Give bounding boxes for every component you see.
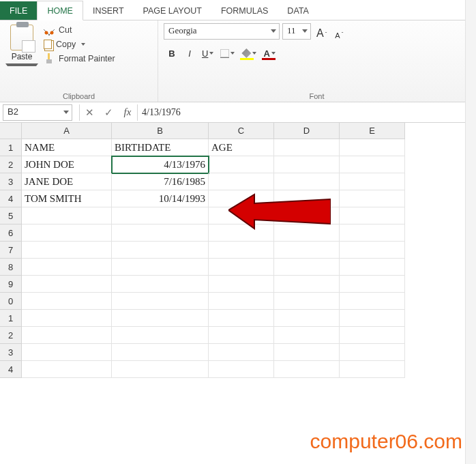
row-header-10[interactable]: 0 xyxy=(0,293,22,310)
cell[interactable] xyxy=(340,344,405,361)
cell[interactable] xyxy=(112,327,209,344)
formula-input[interactable] xyxy=(138,104,476,121)
format-painter-button[interactable]: Format Painter xyxy=(44,53,115,64)
cell-B1[interactable]: BIRTHDATE xyxy=(112,139,209,156)
row-header-12[interactable]: 2 xyxy=(0,327,22,344)
cell[interactable] xyxy=(274,310,340,327)
row-header-4[interactable]: 4 xyxy=(0,190,22,207)
tab-insert[interactable]: INSERT xyxy=(83,1,134,20)
cell[interactable] xyxy=(274,344,340,361)
select-all-corner[interactable] xyxy=(0,123,22,139)
row-header-6[interactable]: 6 xyxy=(0,224,22,242)
cell-E2[interactable] xyxy=(340,156,405,173)
font-size-select[interactable]: 11 xyxy=(282,23,311,40)
cell-D2[interactable] xyxy=(274,156,340,173)
increase-font-button[interactable]: A ˆ xyxy=(314,23,329,40)
copy-button[interactable]: Copy xyxy=(44,40,115,49)
row-header-8[interactable]: 8 xyxy=(0,259,22,276)
cell[interactable] xyxy=(209,224,274,242)
cell-E3[interactable] xyxy=(340,173,405,190)
cell[interactable] xyxy=(22,224,112,242)
cell[interactable] xyxy=(209,310,274,327)
enter-formula-button[interactable]: ✓ xyxy=(99,103,118,122)
tab-formulas[interactable]: FORMULAS xyxy=(211,1,278,20)
cell[interactable] xyxy=(209,293,274,310)
cell[interactable] xyxy=(112,293,209,310)
cell[interactable] xyxy=(112,242,209,259)
cell-A2[interactable]: JOHN DOE xyxy=(22,156,112,173)
cell[interactable] xyxy=(22,344,112,361)
cell[interactable] xyxy=(274,242,340,259)
border-button[interactable] xyxy=(218,45,237,61)
cell[interactable] xyxy=(274,361,340,378)
cell[interactable] xyxy=(340,259,405,276)
cell-D4[interactable] xyxy=(274,190,340,207)
cell-A3[interactable]: JANE DOE xyxy=(22,173,112,190)
italic-button[interactable]: I xyxy=(181,45,198,61)
cell[interactable] xyxy=(274,327,340,344)
cell[interactable] xyxy=(112,276,209,293)
decrease-font-button[interactable]: A ˇ xyxy=(332,23,346,40)
tab-data[interactable]: DATA xyxy=(278,1,318,20)
cell-E1[interactable] xyxy=(340,139,405,156)
cell[interactable] xyxy=(112,207,209,224)
cell-B4[interactable]: 10/14/1993 xyxy=(112,190,209,207)
cell[interactable] xyxy=(340,327,405,344)
cell[interactable] xyxy=(209,242,274,259)
col-header-A[interactable]: A xyxy=(22,123,112,139)
cell[interactable] xyxy=(22,207,112,224)
cell[interactable] xyxy=(340,276,405,293)
row-header-13[interactable]: 3 xyxy=(0,344,22,361)
cell[interactable] xyxy=(22,259,112,276)
underline-button[interactable]: U xyxy=(199,45,216,61)
cell[interactable] xyxy=(22,310,112,327)
insert-function-button[interactable]: fx xyxy=(118,103,137,122)
name-box[interactable]: B2 xyxy=(3,104,72,121)
row-header-1[interactable]: 1 xyxy=(0,139,22,156)
col-header-C[interactable]: C xyxy=(209,123,274,139)
tab-home[interactable]: HOME xyxy=(37,1,83,20)
cell[interactable] xyxy=(209,207,274,224)
font-color-button[interactable]: A xyxy=(261,45,278,61)
row-header-7[interactable]: 7 xyxy=(0,242,22,259)
cell[interactable] xyxy=(22,276,112,293)
cell[interactable] xyxy=(22,327,112,344)
cell[interactable] xyxy=(209,344,274,361)
cell[interactable] xyxy=(209,259,274,276)
cell[interactable] xyxy=(112,259,209,276)
tab-page-layout[interactable]: PAGE LAYOUT xyxy=(134,1,211,20)
cell[interactable] xyxy=(209,327,274,344)
cell[interactable] xyxy=(274,293,340,310)
col-header-D[interactable]: D xyxy=(274,123,340,139)
cell[interactable] xyxy=(340,293,405,310)
bold-button[interactable]: B xyxy=(164,45,180,61)
font-name-select[interactable]: Georgia xyxy=(164,23,280,40)
cell-C1[interactable]: AGE xyxy=(209,139,274,156)
cell[interactable] xyxy=(209,361,274,378)
tab-file[interactable]: FILE xyxy=(0,1,37,20)
row-header-3[interactable]: 3 xyxy=(0,173,22,190)
cell[interactable] xyxy=(112,361,209,378)
cell[interactable] xyxy=(112,224,209,242)
cell-A4[interactable]: TOM SMITH xyxy=(22,190,112,207)
cell[interactable] xyxy=(340,242,405,259)
cell[interactable] xyxy=(112,344,209,361)
paste-button[interactable]: Paste xyxy=(5,23,38,66)
cell-A1[interactable]: NAME xyxy=(22,139,112,156)
row-header-9[interactable]: 9 xyxy=(0,276,22,293)
cell-C2[interactable] xyxy=(209,156,274,173)
cell[interactable] xyxy=(274,276,340,293)
cell[interactable] xyxy=(22,361,112,378)
row-header-2[interactable]: 2 xyxy=(0,156,22,173)
cell[interactable] xyxy=(274,259,340,276)
cell[interactable] xyxy=(22,242,112,259)
row-header-11[interactable]: 1 xyxy=(0,310,22,327)
cell[interactable] xyxy=(340,361,405,378)
row-header-14[interactable]: 4 xyxy=(0,361,22,378)
cell[interactable] xyxy=(340,310,405,327)
row-header-5[interactable]: 5 xyxy=(0,207,22,224)
cell-C4[interactable] xyxy=(209,190,274,207)
cell[interactable] xyxy=(112,310,209,327)
cell-B3[interactable]: 7/16/1985 xyxy=(112,173,209,190)
cell[interactable] xyxy=(22,293,112,310)
